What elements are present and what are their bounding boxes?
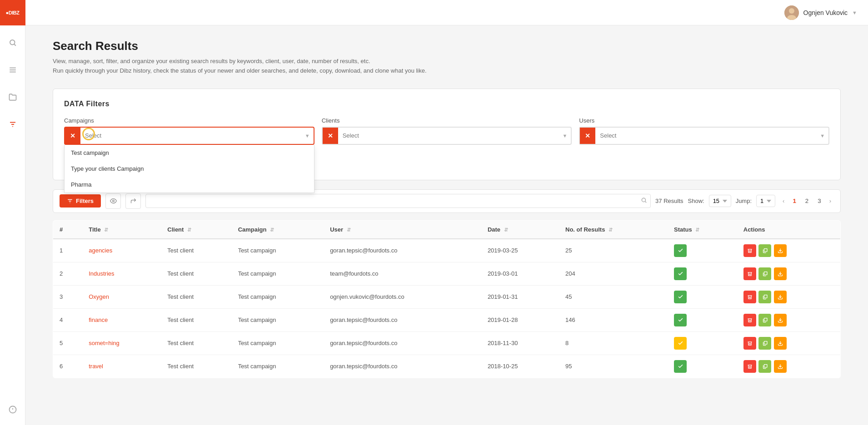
status-check-btn[interactable]: [674, 244, 687, 257]
next-page-btn[interactable]: ›: [827, 196, 834, 206]
cell-actions: [737, 285, 841, 308]
cell-results: 25: [559, 239, 668, 262]
copy-btn[interactable]: [758, 337, 771, 350]
delete-btn[interactable]: [743, 244, 756, 257]
user-sort-icon[interactable]: ⇵: [347, 227, 351, 232]
sidebar-item-alerts[interactable]: [5, 401, 21, 418]
download-btn[interactable]: [774, 291, 787, 303]
table-row: 3 Oxygen Test client Test campaign ognje…: [53, 285, 841, 308]
copy-btn[interactable]: [758, 314, 771, 326]
page-btn-2[interactable]: 2: [802, 196, 812, 206]
users-input[interactable]: [595, 128, 820, 143]
cell-status: [668, 262, 737, 285]
delete-btn[interactable]: [743, 291, 756, 303]
copy-btn[interactable]: [758, 267, 771, 280]
eye-btn[interactable]: [105, 193, 121, 209]
cell-results: 95: [559, 355, 668, 378]
clients-chevron-icon[interactable]: ▼: [562, 133, 571, 138]
cell-user: ognjen.vukovic@fourdots.co: [324, 285, 481, 308]
sidebar-item-search[interactable]: [5, 35, 21, 51]
delete-btn[interactable]: [743, 314, 756, 326]
dropdown-item-pharma[interactable]: Pharma: [65, 177, 314, 193]
download-btn[interactable]: [774, 360, 787, 373]
filters-toggle-btn[interactable]: Filters: [60, 194, 101, 208]
clients-filter-group: Clients ✕ ▼: [322, 117, 572, 145]
cell-campaign: Test campaign: [232, 239, 324, 262]
search-input[interactable]: [145, 194, 651, 208]
campaign-sort-icon[interactable]: ⇵: [270, 227, 274, 232]
cell-client: Test client: [161, 262, 231, 285]
title-sort-icon[interactable]: ⇵: [104, 227, 108, 232]
copy-btn[interactable]: [758, 291, 771, 303]
users-input-wrap: ✕ ▼: [579, 127, 829, 145]
cell-title[interactable]: somet=hing: [82, 331, 161, 355]
cell-actions: [737, 239, 841, 262]
col-title: Title ⇵: [82, 220, 161, 239]
campaigns-label: Campaigns: [64, 117, 314, 124]
users-label: Users: [579, 117, 829, 124]
campaigns-filter-group: Campaigns ✕ ▼ Test campaign: [64, 117, 314, 145]
col-user: User ⇵: [324, 220, 481, 239]
download-btn[interactable]: [774, 314, 787, 326]
sidebar-item-folder[interactable]: [5, 89, 21, 105]
status-check-btn[interactable]: [674, 337, 687, 350]
table-row: 5 somet=hing Test client Test campaign g…: [53, 331, 841, 355]
download-btn[interactable]: [774, 267, 787, 280]
cell-actions: [737, 308, 841, 331]
copy-btn[interactable]: [758, 360, 771, 373]
svg-point-0: [10, 40, 15, 45]
search-wrap: [145, 194, 651, 208]
campaigns-chevron-icon[interactable]: ▼: [305, 133, 314, 138]
client-sort-icon[interactable]: ⇵: [187, 227, 191, 232]
download-btn[interactable]: [774, 244, 787, 257]
users-chevron-icon[interactable]: ▼: [820, 133, 828, 138]
logo[interactable]: ●DIBZ: [0, 0, 25, 25]
avatar: [784, 5, 799, 20]
prev-page-btn[interactable]: ‹: [780, 196, 787, 206]
delete-btn[interactable]: [743, 337, 756, 350]
sidebar: ●DIBZ: [0, 0, 25, 425]
show-select[interactable]: 15 25 50: [709, 195, 731, 207]
sidebar-bottom: [5, 401, 21, 425]
status-check-btn[interactable]: [674, 314, 687, 326]
sidebar-item-filters[interactable]: [5, 116, 21, 133]
cell-status: [668, 308, 737, 331]
share-btn[interactable]: [125, 193, 141, 209]
col-actions: Actions: [737, 220, 841, 239]
cell-title[interactable]: travel: [82, 355, 161, 378]
sidebar-item-list[interactable]: [5, 62, 21, 78]
copy-btn[interactable]: [758, 244, 771, 257]
clients-input[interactable]: [338, 128, 563, 143]
status-check-btn[interactable]: [674, 360, 687, 373]
date-sort-icon[interactable]: ⇵: [504, 227, 508, 232]
table-row: 4 finance Test client Test campaign gora…: [53, 308, 841, 331]
col-client: Client ⇵: [161, 220, 231, 239]
cell-title[interactable]: finance: [82, 308, 161, 331]
clients-label: Clients: [322, 117, 572, 124]
cell-title[interactable]: Oxygen: [82, 285, 161, 308]
user-dropdown-icon[interactable]: ▼: [852, 10, 857, 15]
dropdown-item-clients-campaign[interactable]: Type your clients Campaign: [65, 161, 314, 177]
search-icon[interactable]: [641, 197, 647, 205]
cell-date: 2019-01-28: [481, 308, 559, 331]
cell-title[interactable]: agencies: [82, 239, 161, 262]
download-btn[interactable]: [774, 337, 787, 350]
clients-clear-btn[interactable]: ✕: [323, 128, 338, 144]
status-check-btn[interactable]: [674, 267, 687, 280]
users-clear-btn[interactable]: ✕: [580, 128, 595, 144]
campaigns-input[interactable]: [80, 128, 305, 143]
delete-btn[interactable]: [743, 360, 756, 373]
cell-results: 204: [559, 262, 668, 285]
campaigns-clear-btn[interactable]: ✕: [65, 128, 80, 144]
dropdown-item-test-campaign[interactable]: Test campaign: [65, 145, 314, 161]
results-sort-icon[interactable]: ⇵: [609, 227, 613, 232]
cell-title[interactable]: Industries: [82, 262, 161, 285]
page-btn-1[interactable]: 1: [789, 196, 799, 206]
jump-select[interactable]: 1 2 3: [756, 195, 775, 207]
status-check-btn[interactable]: [674, 291, 687, 303]
delete-btn[interactable]: [743, 267, 756, 280]
cell-actions: [737, 262, 841, 285]
page-title: Search Results: [53, 39, 841, 53]
status-sort-icon[interactable]: ⇵: [695, 227, 699, 232]
page-btn-3[interactable]: 3: [814, 196, 824, 206]
